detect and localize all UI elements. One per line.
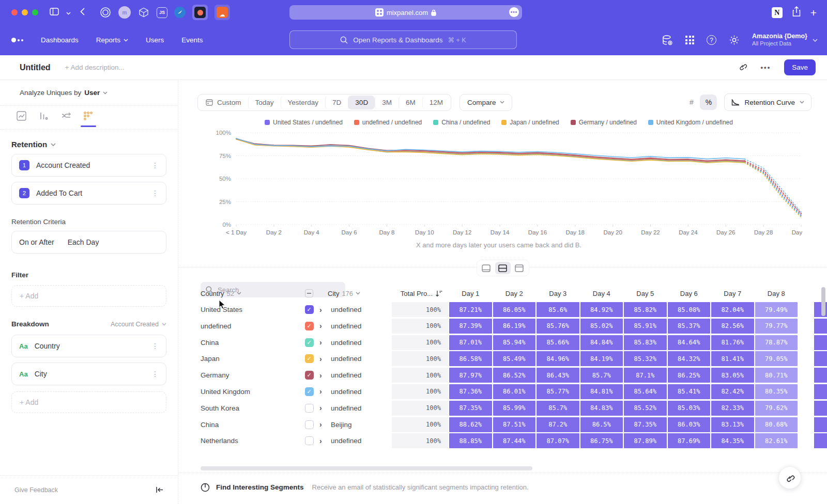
retention-value-cell[interactable]: 87.51% — [493, 417, 536, 432]
tab-flows[interactable] — [55, 111, 77, 127]
retention-value-cell[interactable]: 86.19% — [493, 319, 536, 334]
retention-value-cell[interactable]: 86.01% — [493, 384, 536, 399]
retention-value-cell[interactable]: 80.35% — [755, 384, 798, 399]
legend-item[interactable]: Germany / undefined — [571, 119, 637, 126]
report-title[interactable]: Untitled — [20, 63, 51, 72]
table-only-view-button[interactable] — [512, 262, 527, 274]
retention-value-cell[interactable]: 85.32% — [624, 351, 667, 366]
series-line-projected[interactable] — [745, 161, 801, 213]
table-row[interactable]: Germany✓›undefined100%87.97%86.52%86.43%… — [201, 368, 827, 383]
criteria-interval[interactable]: Each Day — [68, 238, 99, 246]
cube-extension-icon[interactable] — [137, 6, 150, 19]
series-line[interactable] — [236, 139, 745, 162]
kebab-menu-icon[interactable]: ⋮ — [151, 342, 159, 350]
expand-row-icon[interactable]: › — [319, 338, 331, 346]
retention-value-cell[interactable]: 85.52% — [624, 401, 667, 416]
global-search-button[interactable]: Open Reports & Dashboards ⌘ + K — [289, 30, 517, 49]
retention-value-cell[interactable]: 84.83% — [580, 401, 623, 416]
table-row[interactable]: Japan✓›undefined100%86.58%85.49%84.96%84… — [201, 351, 827, 366]
target-extension-icon[interactable] — [99, 6, 112, 19]
table-row[interactable]: South Korea›undefined100%87.35%85.99%85.… — [201, 401, 827, 416]
zoom-window-button[interactable] — [32, 9, 38, 15]
compare-button[interactable]: Compare — [460, 94, 513, 111]
expand-row-icon[interactable]: › — [319, 355, 331, 363]
retention-value-cell[interactable]: 87.35% — [624, 417, 667, 432]
retention-value-cell[interactable]: 86.05% — [493, 302, 536, 317]
day-column-header[interactable]: Day 4 — [580, 290, 624, 297]
retention-value-cell[interactable]: 86.58% — [449, 351, 492, 366]
share-icon[interactable] — [792, 6, 801, 19]
row-checkbox[interactable] — [305, 436, 314, 445]
retention-value-cell[interactable]: 85.77% — [537, 384, 579, 399]
country-column-header[interactable]: Country 52 — [201, 290, 299, 297]
row-checkbox[interactable]: ✓ — [305, 322, 314, 330]
expand-row-icon[interactable]: › — [319, 306, 331, 314]
give-feedback-link[interactable]: Give Feedback — [14, 486, 58, 494]
retention-value-cell[interactable]: 84.19% — [580, 351, 623, 366]
find-segments-title[interactable]: Find Interesting Segments — [216, 483, 304, 491]
day-column-header[interactable]: Day 8 — [755, 290, 799, 297]
address-bar[interactable]: mixpanel.com ••• — [289, 5, 522, 20]
split-view-button[interactable] — [495, 262, 511, 274]
retention-value-cell[interactable]: 85.94% — [493, 335, 536, 350]
retention-value-cell[interactable]: 82.56% — [711, 319, 754, 334]
criteria-mode[interactable]: On or After — [19, 238, 54, 246]
total-column-header[interactable]: Total Pro... — [392, 290, 449, 297]
expand-row-icon[interactable]: › — [319, 437, 331, 445]
retention-value-cell[interactable]: 84.35% — [711, 433, 754, 448]
retention-value-cell[interactable]: 85.66% — [537, 335, 579, 350]
retention-value-cell[interactable]: 87.39% — [449, 319, 492, 334]
kebab-menu-icon[interactable]: ⋮ — [151, 189, 159, 197]
table-row[interactable]: United Kingdom✓›undefined100%87.36%86.01… — [201, 384, 827, 399]
date-range-3m[interactable]: 3M — [375, 96, 399, 109]
retention-step-a[interactable]: 1 Account Created ⋮ — [11, 154, 166, 177]
retention-value-cell[interactable]: 86.43% — [537, 368, 579, 383]
table-row[interactable]: United States✓›undefined100%87.21%86.05%… — [201, 302, 827, 317]
retention-value-cell[interactable]: 85.7% — [537, 401, 579, 416]
retention-value-cell[interactable]: 87.21% — [449, 302, 492, 317]
save-button[interactable]: Save — [784, 59, 816, 75]
retention-value-cell[interactable]: 82.04% — [711, 302, 754, 317]
minimize-window-button[interactable] — [22, 9, 28, 15]
retention-value-cell[interactable]: 82.33% — [711, 401, 754, 416]
nav-item-events[interactable]: Events — [181, 36, 203, 44]
settings-gear-icon[interactable] — [729, 35, 740, 45]
percent-toggle[interactable]: % — [700, 94, 717, 110]
tab-insights[interactable] — [10, 111, 33, 127]
retention-value-cell[interactable]: 86.52% — [493, 368, 536, 383]
chevron-down-icon[interactable] — [66, 8, 71, 17]
row-checkbox[interactable] — [305, 404, 314, 413]
project-switcher[interactable]: Amazonia {Demo} All Project Data — [752, 33, 818, 48]
table-row[interactable]: China›Beijing100%88.62%87.51%87.2%86.5%8… — [201, 417, 827, 432]
retention-value-cell[interactable]: 87.01% — [449, 335, 492, 350]
window-controls[interactable] — [11, 9, 38, 15]
legend-item[interactable]: undefined / undefined — [354, 119, 422, 126]
retention-value-cell[interactable]: 85.03% — [668, 401, 711, 416]
retention-value-cell[interactable]: 86.25% — [668, 368, 711, 383]
legend-item[interactable]: China / undefined — [433, 119, 490, 126]
retention-value-cell[interactable]: 87.2% — [537, 417, 579, 432]
date-range-30d[interactable]: 30D — [348, 96, 375, 109]
retention-step-b[interactable]: 2 Added To Cart ⋮ — [11, 182, 166, 204]
retention-value-cell[interactable]: 79.49% — [755, 302, 798, 317]
retention-value-cell[interactable]: 85.37% — [668, 319, 711, 334]
retention-value-cell[interactable]: 85.02% — [580, 319, 623, 334]
retention-value-cell[interactable]: 85.76% — [537, 319, 579, 334]
expand-row-icon[interactable]: › — [319, 322, 331, 330]
analyze-uniques-value[interactable]: User — [84, 89, 100, 97]
retention-value-cell[interactable]: 85.49% — [493, 351, 536, 366]
retention-value-cell[interactable]: 78.87% — [755, 335, 798, 350]
retention-value-cell[interactable]: 88.85% — [449, 433, 492, 448]
breakdown-event-selector[interactable]: Account Created — [111, 321, 166, 328]
retention-value-cell[interactable]: 82.42% — [711, 384, 754, 399]
retention-value-cell[interactable]: 87.35% — [449, 401, 492, 416]
date-range-7d[interactable]: 7D — [325, 96, 348, 109]
retention-value-cell[interactable]: 87.07% — [537, 433, 579, 448]
avatar-extension-icon[interactable]: m — [118, 6, 131, 19]
vertical-scrollbar[interactable] — [821, 287, 825, 316]
legend-item[interactable]: Japan / undefined — [501, 119, 559, 126]
retention-value-cell[interactable]: 84.84% — [580, 335, 623, 350]
row-checkbox[interactable]: ✓ — [305, 387, 314, 396]
retention-curve-chart[interactable]: 0%25%50%75%100%< 1 DayDay 2Day 4Day 6Day… — [194, 128, 804, 241]
expand-row-icon[interactable]: › — [319, 371, 331, 380]
